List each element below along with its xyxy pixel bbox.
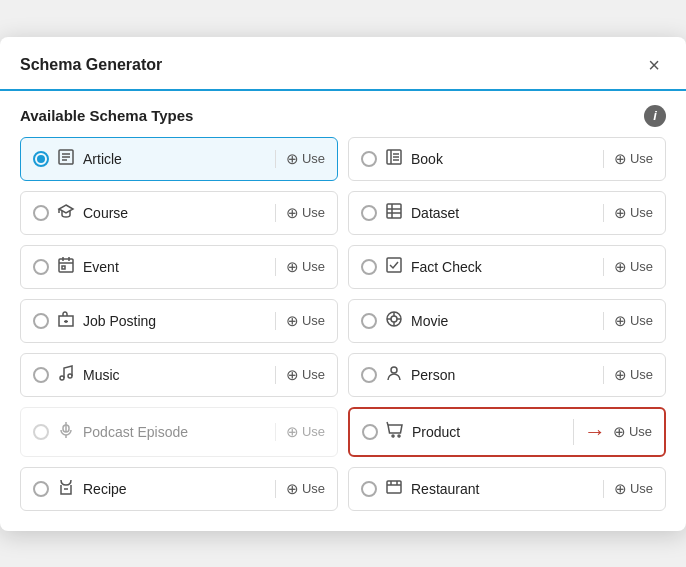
fact-check-use-button[interactable]: ⊕Use: [603, 258, 653, 276]
schema-item-article[interactable]: Article⊕Use: [20, 137, 338, 181]
svg-point-22: [391, 316, 397, 322]
fact-check-use-label: Use: [630, 259, 653, 274]
radio-recipe[interactable]: [33, 481, 49, 497]
schema-item-book[interactable]: Book⊕Use: [348, 137, 666, 181]
schema-item-dataset[interactable]: Dataset⊕Use: [348, 191, 666, 235]
job-posting-icon: [57, 310, 75, 332]
music-use-label: Use: [302, 367, 325, 382]
movie-use-button[interactable]: ⊕Use: [603, 312, 653, 330]
radio-dataset[interactable]: [361, 205, 377, 221]
plus-icon: ⊕: [286, 312, 299, 330]
event-use-button[interactable]: ⊕Use: [275, 258, 325, 276]
job-posting-use-button[interactable]: ⊕Use: [275, 312, 325, 330]
event-use-label: Use: [302, 259, 325, 274]
person-use-button[interactable]: ⊕Use: [603, 366, 653, 384]
radio-event[interactable]: [33, 259, 49, 275]
product-label: Product: [412, 424, 565, 440]
book-label: Book: [411, 151, 595, 167]
recipe-use-label: Use: [302, 481, 325, 496]
radio-fact-check[interactable]: [361, 259, 377, 275]
plus-icon: ⊕: [614, 258, 627, 276]
close-button[interactable]: ×: [642, 53, 666, 77]
arrow-icon: →: [584, 419, 606, 445]
schema-item-course[interactable]: Course⊕Use: [20, 191, 338, 235]
book-use-label: Use: [630, 151, 653, 166]
dialog-title: Schema Generator: [20, 56, 162, 74]
schema-item-movie[interactable]: Movie⊕Use: [348, 299, 666, 343]
movie-use-label: Use: [630, 313, 653, 328]
article-icon: [57, 148, 75, 170]
product-use-button[interactable]: →⊕Use: [573, 419, 652, 445]
radio-course[interactable]: [33, 205, 49, 221]
podcast-episode-use-button[interactable]: ⊕Use: [275, 423, 325, 441]
radio-restaurant[interactable]: [361, 481, 377, 497]
dataset-icon: [385, 202, 403, 224]
product-use-label: Use: [629, 424, 652, 439]
plus-icon: ⊕: [614, 366, 627, 384]
plus-icon: ⊕: [286, 204, 299, 222]
podcast-episode-use-label: Use: [302, 424, 325, 439]
plus-icon: ⊕: [286, 258, 299, 276]
dataset-label: Dataset: [411, 205, 595, 221]
fact-check-label: Fact Check: [411, 259, 595, 275]
plus-icon: ⊕: [613, 423, 626, 441]
book-use-button[interactable]: ⊕Use: [603, 150, 653, 168]
radio-movie[interactable]: [361, 313, 377, 329]
radio-job-posting[interactable]: [33, 313, 49, 329]
event-label: Event: [83, 259, 267, 275]
podcast-episode-icon: [57, 421, 75, 443]
plus-icon: ⊕: [614, 480, 627, 498]
schema-grid: Article⊕UseBook⊕UseCourse⊕UseDataset⊕Use…: [0, 137, 686, 511]
radio-book[interactable]: [361, 151, 377, 167]
svg-rect-9: [387, 204, 401, 218]
plus-icon: ⊕: [286, 366, 299, 384]
schema-item-fact-check[interactable]: Fact Check⊕Use: [348, 245, 666, 289]
podcast-episode-label: Podcast Episode: [83, 424, 267, 440]
schema-item-person[interactable]: Person⊕Use: [348, 353, 666, 397]
course-use-button[interactable]: ⊕Use: [275, 204, 325, 222]
schema-item-restaurant[interactable]: Restaurant⊕Use: [348, 467, 666, 511]
article-use-button[interactable]: ⊕Use: [275, 150, 325, 168]
plus-icon: ⊕: [614, 150, 627, 168]
svg-rect-36: [387, 481, 401, 493]
movie-icon: [385, 310, 403, 332]
restaurant-label: Restaurant: [411, 481, 595, 497]
schema-item-event[interactable]: Event⊕Use: [20, 245, 338, 289]
schema-item-music[interactable]: Music⊕Use: [20, 353, 338, 397]
recipe-use-button[interactable]: ⊕Use: [275, 480, 325, 498]
event-icon: [57, 256, 75, 278]
restaurant-use-label: Use: [630, 481, 653, 496]
article-use-label: Use: [302, 151, 325, 166]
schema-generator-dialog: Schema Generator × Available Schema Type…: [0, 37, 686, 531]
info-icon[interactable]: i: [644, 105, 666, 127]
job-posting-use-label: Use: [302, 313, 325, 328]
music-use-button[interactable]: ⊕Use: [275, 366, 325, 384]
dialog-header: Schema Generator ×: [0, 37, 686, 91]
course-icon: [57, 202, 75, 224]
svg-point-28: [68, 374, 72, 378]
music-label: Music: [83, 367, 267, 383]
course-label: Course: [83, 205, 267, 221]
radio-article[interactable]: [33, 151, 49, 167]
schema-item-job-posting[interactable]: Job Posting⊕Use: [20, 299, 338, 343]
schema-item-recipe[interactable]: Recipe⊕Use: [20, 467, 338, 511]
radio-product[interactable]: [362, 424, 378, 440]
book-icon: [385, 148, 403, 170]
restaurant-use-button[interactable]: ⊕Use: [603, 480, 653, 498]
radio-podcast-episode[interactable]: [33, 424, 49, 440]
radio-person[interactable]: [361, 367, 377, 383]
movie-label: Movie: [411, 313, 595, 329]
radio-music[interactable]: [33, 367, 49, 383]
restaurant-icon: [385, 478, 403, 500]
plus-icon: ⊕: [614, 204, 627, 222]
svg-rect-17: [62, 266, 65, 269]
svg-rect-13: [59, 259, 73, 272]
schema-item-product[interactable]: Product→⊕Use: [348, 407, 666, 457]
product-icon: [386, 421, 404, 443]
schema-item-podcast-episode[interactable]: Podcast Episode⊕Use: [20, 407, 338, 457]
person-label: Person: [411, 367, 595, 383]
person-use-label: Use: [630, 367, 653, 382]
dataset-use-button[interactable]: ⊕Use: [603, 204, 653, 222]
job-posting-label: Job Posting: [83, 313, 267, 329]
plus-icon: ⊕: [286, 423, 299, 441]
